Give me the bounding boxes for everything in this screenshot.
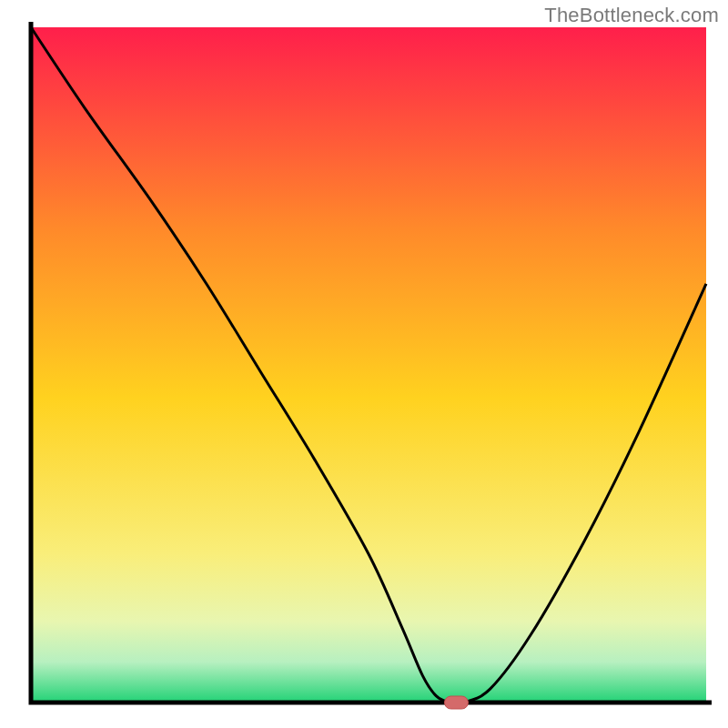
chart-stage: TheBottleneck.com [0, 0, 728, 728]
plot-background [31, 27, 706, 703]
bottleneck-chart [0, 0, 728, 728]
optimal-marker [444, 696, 468, 709]
watermark-label: TheBottleneck.com [544, 4, 719, 27]
